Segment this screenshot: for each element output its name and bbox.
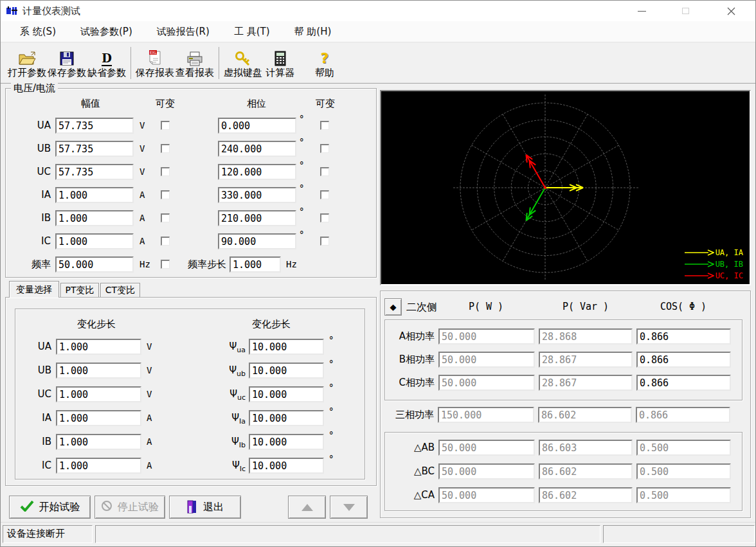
psi-step-input[interactable] — [249, 339, 324, 355]
legend-arrow-icon — [685, 249, 714, 256]
connection-status: 设备连接断开 — [3, 525, 93, 543]
amplitude-input[interactable] — [55, 210, 134, 226]
step-row: UA V Ψua ° — [15, 339, 366, 355]
maximize-icon[interactable] — [670, 1, 700, 21]
amplitude-input[interactable] — [55, 164, 134, 180]
amplitude-input[interactable] — [55, 187, 134, 203]
tab-pt-ratio[interactable]: PT变比 — [60, 283, 99, 298]
toolbar-separator — [219, 47, 219, 79]
view-report-button[interactable]: 查看报表 — [175, 43, 215, 83]
source-row: IA A ° — [6, 187, 377, 203]
step-value-input[interactable] — [56, 434, 141, 450]
save-report-button[interactable]: EXL 保存报表 — [135, 43, 175, 83]
menu-test-report[interactable]: 试验报告(R) — [149, 23, 217, 40]
open-params-button[interactable]: 打开参数 — [7, 43, 47, 83]
frequency-input[interactable] — [55, 256, 134, 273]
amplitude-input[interactable] — [55, 233, 134, 249]
start-test-button[interactable]: 开始试验 — [9, 496, 91, 519]
exit-button[interactable]: 退出 — [169, 496, 241, 519]
amplitude-variable-checkbox[interactable] — [161, 237, 170, 246]
step-value-input[interactable] — [56, 386, 141, 402]
step-row: UB V Ψub ° — [15, 363, 366, 379]
stop-icon — [101, 500, 113, 514]
psi-step-input[interactable] — [249, 410, 324, 426]
phase-input[interactable] — [218, 164, 296, 180]
side-toggle-button[interactable]: ◆ — [384, 298, 402, 316]
legend-arrow-icon — [685, 273, 714, 279]
application-window: 计量仪表测试 系 统(S) 试验参数(P) 试验报告(R) 工 具(T) 帮 助… — [0, 0, 756, 547]
calculator-button[interactable]: 计算器 — [263, 43, 298, 83]
step-value-input[interactable] — [56, 339, 141, 355]
phase-input[interactable] — [218, 210, 296, 226]
amplitude-input[interactable] — [55, 141, 134, 157]
menu-system[interactable]: 系 统(S) — [12, 23, 64, 40]
excel-report-icon: EXL — [147, 48, 163, 66]
degree-label: ° — [328, 335, 334, 345]
close-icon[interactable] — [716, 1, 746, 21]
psi-step-input[interactable] — [249, 434, 324, 450]
tab-ct-ratio[interactable]: CT变比 — [100, 283, 140, 298]
degree-label: ° — [328, 430, 334, 440]
phase-variable-checkbox[interactable] — [320, 167, 329, 176]
amplitude-variable-checkbox[interactable] — [161, 190, 170, 199]
q-total — [538, 407, 632, 423]
scroll-up-button[interactable] — [288, 496, 326, 519]
variable-header-1: 可变 — [156, 98, 175, 110]
step-row: UC V Ψuc ° — [15, 386, 366, 402]
step-value-input[interactable] — [56, 363, 141, 379]
phase-variable-checkbox[interactable] — [320, 237, 329, 246]
step-row: IA A ΨIa ° — [15, 410, 366, 426]
help-icon: ? — [321, 48, 329, 66]
step-value-input[interactable] — [56, 410, 141, 426]
amplitude-variable-checkbox[interactable] — [161, 121, 170, 130]
phase-input[interactable] — [218, 141, 296, 157]
degree-label: ° — [299, 206, 304, 217]
printer-icon — [186, 48, 203, 66]
virtual-keyboard-button[interactable]: 虚拟键盘 — [223, 43, 263, 83]
amplitude-variable-checkbox[interactable] — [161, 167, 170, 176]
amplitude-input[interactable] — [55, 118, 134, 134]
calculator-icon — [274, 48, 286, 66]
minimize-icon[interactable] — [627, 1, 656, 21]
help-button[interactable]: ? 帮助 — [307, 43, 343, 83]
phase-variable-checkbox[interactable] — [320, 144, 329, 153]
menu-help[interactable]: 帮 助(H) — [287, 23, 339, 40]
variable-select-tab-page: 变化步长 变化步长 UA V Ψua ° UB V Ψub ° UC — [5, 297, 377, 486]
channel-label: IB — [41, 212, 51, 224]
psi-step-input[interactable] — [249, 363, 324, 379]
degree-label: ° — [299, 114, 304, 124]
frequency-variable-checkbox[interactable] — [161, 260, 170, 269]
step-header-left: 变化步长 — [77, 318, 116, 330]
line-power-group: △AB △BC △CA — [384, 432, 742, 511]
step-value-input[interactable] — [56, 458, 141, 474]
amplitude-variable-checkbox[interactable] — [161, 213, 170, 222]
psi-step-input[interactable] — [249, 458, 324, 474]
open-folder-icon — [18, 48, 36, 66]
menu-test-parameters[interactable]: 试验参数(P) — [73, 23, 140, 40]
save-params-button[interactable]: 保存参数 — [47, 43, 87, 83]
default-params-button[interactable]: D 缺省参数 — [87, 43, 127, 83]
phase-input[interactable] — [218, 187, 296, 203]
unit-label: V — [140, 166, 145, 177]
stop-test-button[interactable]: 停止试验 — [94, 496, 165, 519]
channel-label: UB — [38, 364, 51, 376]
phase-variable-checkbox[interactable] — [320, 190, 329, 199]
frequency-step-input[interactable] — [230, 256, 281, 273]
tab-variable-select[interactable]: 变量选择 — [9, 281, 59, 298]
phase-input[interactable] — [218, 118, 296, 134]
cos-value — [636, 375, 731, 391]
channel-label: UA — [38, 341, 51, 352]
phase-variable-checkbox[interactable] — [320, 121, 329, 130]
scroll-down-button[interactable] — [330, 496, 368, 519]
psi-step-input[interactable] — [249, 386, 324, 402]
channel-label: IA — [41, 189, 51, 201]
phase-input[interactable] — [218, 233, 296, 249]
frequency-step-label: 频率步长 — [188, 258, 226, 271]
phase-variable-checkbox[interactable] — [320, 213, 329, 222]
menu-tools[interactable]: 工 具(T) — [226, 23, 278, 40]
unit-label: V — [147, 365, 152, 375]
menu-bar: 系 统(S) 试验参数(P) 试验报告(R) 工 具(T) 帮 助(H) — [1, 21, 755, 42]
q-value — [539, 352, 633, 368]
check-icon — [20, 500, 34, 514]
amplitude-variable-checkbox[interactable] — [161, 144, 170, 153]
